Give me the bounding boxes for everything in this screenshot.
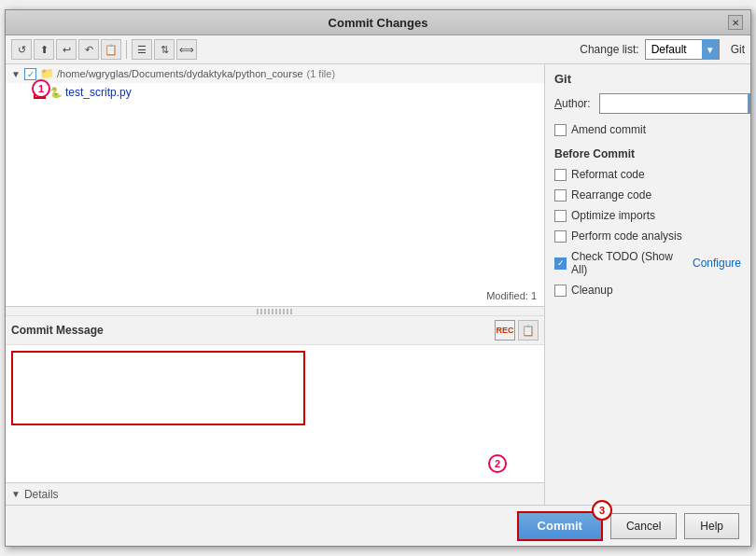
perform-row: Perform code analysis [554,228,741,244]
cancel-button[interactable]: Cancel [610,513,677,539]
author-row: Author: ▼ [554,93,741,114]
author-underline: A [554,97,562,110]
commit-message-header: Commit Message REC 📋 [6,316,544,345]
python-file-icon: 🐍 [49,87,63,99]
dialog-title: Commit Changes [28,16,728,30]
optimize-row: Optimize imports [554,207,741,224]
root-checkbox-wrapper: ✓ [24,68,40,80]
reformat-row: Reformat code [554,166,741,183]
details-label: Details [24,488,59,501]
optimize-checkbox[interactable] [554,210,567,222]
modified-text: Modified: 1 [486,290,537,301]
tree-toggle-icon[interactable]: ▼ [11,69,24,79]
badge-2: 2 [488,454,507,473]
changelist-arrow-icon[interactable]: ▼ [702,39,719,60]
toolbar-btn-5[interactable]: 📋 [101,39,121,60]
cleanup-row: Cleanup [554,282,741,299]
commit-textarea[interactable] [11,351,305,425]
perform-checkbox[interactable] [554,230,567,243]
right-panel: Git Author: ▼ Amend commit Before Commit [545,64,750,505]
help-button[interactable]: Help [684,513,739,539]
commit-dialog: Commit Changes ✕ ↺ ⬆ ↩ ↶ 📋 ☰ ⇅ ⟺ Change … [5,9,751,547]
root-count: (1 file) [307,68,336,79]
amend-commit-row: Amend commit [554,121,741,138]
rearrange-row: Rearrange code [554,187,741,203]
toolbar-btn-2[interactable]: ⬆ [34,39,54,60]
footer: Commit 3 Cancel Help [6,505,750,546]
optimize-label: Optimize imports [571,209,655,222]
git-toolbar-label: Git [731,43,745,56]
commit-message-area: 2 [6,345,544,482]
details-toggle-icon: ▼ [11,489,21,499]
toolbar-btn-4[interactable]: ↶ [78,39,99,60]
left-panel: ▼ ✓ 📁 /home/wgryglas/Documents/dydaktyka… [6,64,545,505]
textarea-wrapper: 2 [6,345,544,482]
author-input[interactable] [600,97,748,110]
toolbar-btn-7[interactable]: ⇅ [154,39,175,60]
root-checkbox[interactable]: ✓ [24,68,36,80]
file-checkbox-wrapper: ✓ 1 [34,87,49,99]
amend-checkbox[interactable] [554,124,567,136]
drag-handle-visual [257,309,294,314]
file-tree-area: ▼ ✓ 📁 /home/wgryglas/Documents/dydaktyka… [6,64,544,307]
commit-btn-wrapper: Commit 3 [517,511,603,541]
details-bar[interactable]: ▼ Details [6,482,544,505]
record-button[interactable]: REC [495,320,515,341]
perform-label: Perform code analysis [571,229,682,243]
toolbar-btn-6[interactable]: ☰ [132,39,152,60]
rearrange-label: Rearrange code [571,188,651,202]
changelist-label: Change list: [580,43,638,56]
commit-button[interactable]: Commit [517,511,603,541]
author-label: Author: [554,97,594,110]
toolbar-btn-1[interactable]: ↺ [11,39,32,60]
check-todo-row: ✓ Check TODO (Show All) Configure [554,248,741,278]
badge-3: 3 [592,500,612,521]
cleanup-checkbox[interactable] [554,285,567,297]
check-todo-label: Check TODO (Show All) [571,250,684,276]
check-todo-checkbox[interactable]: ✓ [554,257,567,270]
author-dropdown-icon[interactable]: ▼ [748,93,750,114]
file-row: ✓ 1 🐍 test_scritp.py [6,83,544,102]
content-area: ▼ ✓ 📁 /home/wgryglas/Documents/dydaktyka… [6,64,750,505]
reformat-checkbox[interactable] [554,169,567,181]
toolbar: ↺ ⬆ ↩ ↶ 📋 ☰ ⇅ ⟺ Change list: Default ▼ G… [6,35,750,64]
title-bar: Commit Changes ✕ [6,10,750,35]
git-label: Git [554,72,741,86]
commit-msg-toolbar: REC 📋 [495,320,539,341]
toolbar-btn-8[interactable]: ⟺ [176,39,197,60]
modified-status: Modified: 1 [486,289,537,302]
author-input-wrapper: ▼ [599,93,750,114]
toolbar-separator [126,40,127,59]
toolbar-btn-3[interactable]: ↩ [56,39,77,60]
configure-link[interactable]: Configure [693,257,741,270]
rearrange-checkbox[interactable] [554,189,567,202]
drag-handle-1 [6,307,544,316]
amend-label: Amend commit [571,123,646,136]
tree-root-row: ▼ ✓ 📁 /home/wgryglas/Documents/dydaktyka… [6,64,544,83]
folder-icon: 📁 [40,67,54,80]
before-commit-title: Before Commit [554,147,741,160]
commit-msg-label: Commit Message [11,324,104,337]
file-name[interactable]: test_scritp.py [65,86,132,99]
commit-msg-btn[interactable]: 📋 [518,320,539,341]
root-path: /home/wgryglas/Documents/dydaktyka/pytho… [57,68,303,79]
close-button[interactable]: ✕ [728,15,743,30]
cleanup-label: Cleanup [571,284,613,297]
badge-1: 1 [32,79,50,98]
changelist-value: Default [646,43,702,56]
reformat-label: Reformat code [571,168,645,181]
changelist-dropdown[interactable]: Default ▼ [645,39,720,60]
